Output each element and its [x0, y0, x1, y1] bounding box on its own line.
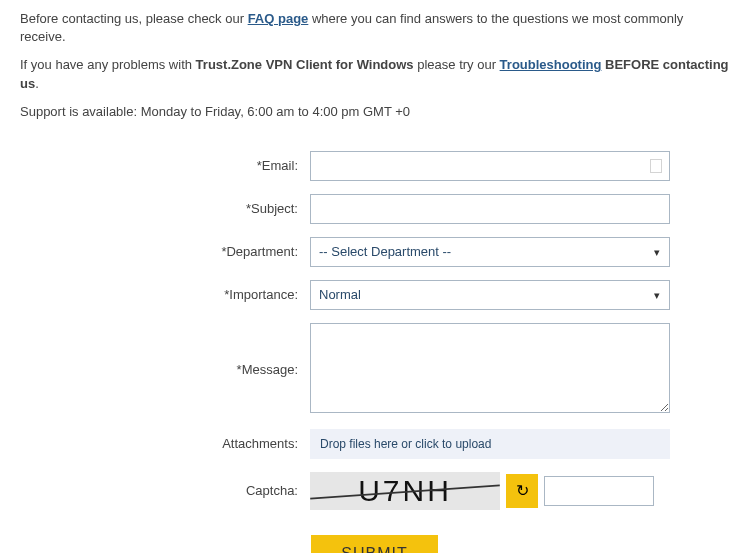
- department-label: *Department:: [20, 244, 310, 259]
- intro-text: If you have any problems with: [20, 57, 196, 72]
- submit-button[interactable]: SUBMIT: [311, 535, 437, 553]
- attachments-label: Attachments:: [20, 436, 310, 451]
- message-textarea[interactable]: [310, 323, 670, 413]
- intro-text: .: [35, 76, 39, 91]
- intro-text: Before contacting us, please check our: [20, 11, 248, 26]
- intro-line-1: Before contacting us, please check our F…: [20, 10, 729, 46]
- faq-link[interactable]: FAQ page: [248, 11, 309, 26]
- message-label: *Message:: [20, 362, 310, 377]
- contact-form: *Email: *Subject: *Department: -- Select…: [20, 151, 729, 553]
- refresh-icon: ↻: [516, 481, 529, 500]
- importance-select[interactable]: Normal: [310, 280, 670, 310]
- intro-line-2: If you have any problems with Trust.Zone…: [20, 56, 729, 92]
- intro-text: please try our: [414, 57, 500, 72]
- captcha-input[interactable]: [544, 476, 654, 506]
- importance-label: *Importance:: [20, 287, 310, 302]
- attachments-dropzone[interactable]: Drop files here or click to upload: [310, 429, 670, 459]
- captcha-image: U7NH: [310, 472, 500, 510]
- email-label: *Email:: [20, 158, 310, 173]
- subject-label: *Subject:: [20, 201, 310, 216]
- captcha-label: Captcha:: [20, 483, 310, 498]
- troubleshooting-link[interactable]: Troubleshooting: [500, 57, 602, 72]
- subject-input[interactable]: [310, 194, 670, 224]
- captcha-refresh-button[interactable]: ↻: [506, 474, 538, 508]
- department-select[interactable]: -- Select Department --: [310, 237, 670, 267]
- intro-line-3: Support is available: Monday to Friday, …: [20, 103, 729, 121]
- product-name: Trust.Zone VPN Client for Windows: [196, 57, 414, 72]
- input-icon: [650, 159, 662, 173]
- email-input[interactable]: [310, 151, 670, 181]
